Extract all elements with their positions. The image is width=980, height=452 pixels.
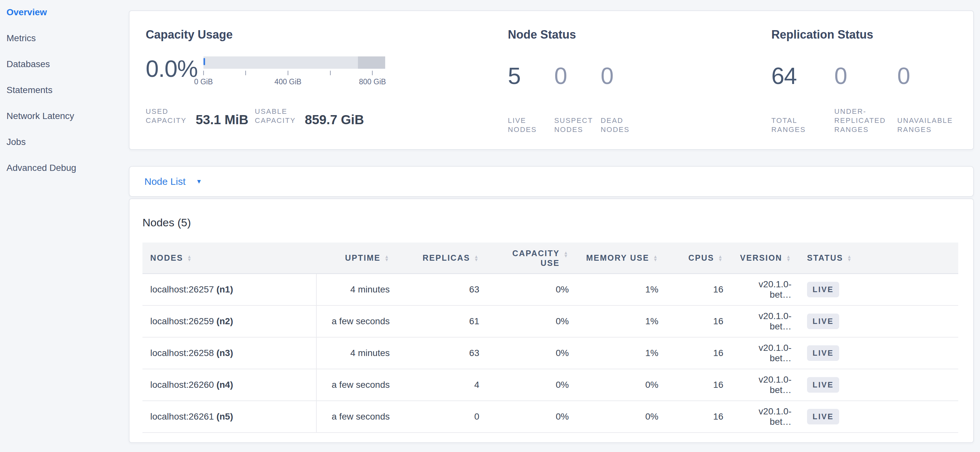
axis-tick-mark <box>288 71 288 75</box>
column-header[interactable]: CAPACITY USE ▲ ▼ <box>487 243 577 274</box>
memory-use-cell: 1% <box>577 305 666 337</box>
status-badge: LIVE <box>807 282 839 297</box>
sort-desc-icon: ▼ <box>718 258 723 261</box>
sidebar-item[interactable]: Jobs <box>6 134 129 160</box>
sidebar-item[interactable]: Advanced Debug <box>6 160 129 186</box>
column-header[interactable]: REPLICAS ▲ ▼ <box>398 243 487 274</box>
stat-value: 64 <box>772 63 834 88</box>
column-header[interactable]: ▲ ▼ <box>874 243 958 274</box>
replicas-cell: 61 <box>398 305 487 337</box>
filler-cell <box>874 401 958 433</box>
node-address: localhost:26259 <box>150 316 214 326</box>
table-row[interactable]: localhost:26261 (n5) a few seconds 0 0% … <box>142 401 958 433</box>
column-header-label: MEMORY USE <box>586 253 649 263</box>
node-status-stat: 5 LIVE NODES <box>508 63 554 134</box>
nodes-table-title: Nodes (5) <box>142 215 958 230</box>
used-capacity-label: USED CAPACITY <box>146 107 191 125</box>
sort-desc-icon: ▼ <box>786 258 791 261</box>
sort-icon: ▲ ▼ <box>653 255 659 261</box>
sidebar-item-label: Databases <box>6 59 50 69</box>
sidebar-item[interactable]: Databases <box>6 56 129 82</box>
table-row[interactable]: localhost:26260 (n4) a few seconds 4 0% … <box>142 369 958 401</box>
table-row[interactable]: localhost:26258 (n3) 4 minutes 63 0% 1% … <box>142 337 958 369</box>
node-address: localhost:26261 <box>150 411 214 422</box>
node-list-dropdown[interactable]: Node List ▼ <box>145 176 202 187</box>
stat-value: 0 <box>897 63 960 88</box>
column-header-label: CPUS <box>688 253 714 263</box>
node-address: localhost:26260 <box>150 380 214 390</box>
table-row[interactable]: localhost:26259 (n2) a few seconds 61 0%… <box>142 305 958 337</box>
capacity-used-marker <box>204 58 205 65</box>
uptime-cell: 4 minutes <box>317 274 398 305</box>
nodes-table: NODES ▲ ▼ UPTIME <box>142 243 958 433</box>
node-status-stat: 0 DEAD NODES <box>601 63 647 134</box>
column-header[interactable]: UPTIME ▲ ▼ <box>317 243 398 274</box>
sort-icon: ▲ ▼ <box>718 255 723 261</box>
sidebar-item[interactable]: Network Latency <box>6 108 129 134</box>
sidebar-item[interactable]: Statements <box>6 82 129 108</box>
node-address-cell: localhost:26260 (n4) <box>142 369 317 401</box>
capacity-use-cell: 0% <box>487 401 577 433</box>
sidebar-item-label: Statements <box>6 85 52 95</box>
axis-tick <box>330 71 331 78</box>
version-cell: v20.1.0-bet… <box>731 305 799 337</box>
replication-stat: 64 TOTAL RANGES <box>772 63 834 134</box>
sort-icon: ▲ ▼ <box>847 255 852 261</box>
column-header[interactable]: STATUS ▲ ▼ <box>799 243 874 274</box>
status-cell: LIVE <box>799 369 874 401</box>
sidebar-item-label: Advanced Debug <box>6 163 76 173</box>
replication-status-title: Replication Status <box>772 27 960 42</box>
sort-icon: ▲ ▼ <box>564 251 569 257</box>
axis-tick: 800 GiB <box>359 71 386 86</box>
memory-use-cell: 1% <box>577 337 666 369</box>
column-header[interactable]: CPUS ▲ ▼ <box>666 243 731 274</box>
stat-label: TOTAL RANGES <box>772 116 834 134</box>
cpus-cell: 16 <box>666 274 731 305</box>
column-header[interactable]: NODES ▲ ▼ <box>142 243 317 274</box>
stat-label: SUSPECT NODES <box>554 116 601 134</box>
node-id: (n2) <box>216 316 233 326</box>
node-address-cell: localhost:26261 (n5) <box>142 401 317 433</box>
node-status-section: Node Status 5 LIVE NODES 0 SUSPECT NODES… <box>508 27 772 149</box>
table-row[interactable]: localhost:26257 (n1) 4 minutes 63 0% 1% … <box>142 274 958 305</box>
sidebar-item-label: Jobs <box>6 137 25 147</box>
column-header-label: REPLICAS <box>423 253 470 263</box>
uptime-cell: a few seconds <box>317 401 398 433</box>
node-address-cell: localhost:26257 (n1) <box>142 274 317 305</box>
node-address: localhost:26258 <box>150 348 214 358</box>
cluster-summary-card: Capacity Usage 0.0% 0 GiB <box>129 10 974 150</box>
column-header[interactable]: VERSION ▲ ▼ <box>731 243 799 274</box>
node-address-cell: localhost:26259 (n2) <box>142 305 317 337</box>
axis-tick-label: 400 GiB <box>275 78 301 86</box>
replication-stat: 0 UNAVAILABLE RANGES <box>897 63 960 134</box>
status-cell: LIVE <box>799 401 874 433</box>
version-cell: v20.1.0-bet… <box>731 401 799 433</box>
axis-tick-label: 0 GiB <box>194 78 213 86</box>
sidebar-item-label: Overview <box>6 7 47 17</box>
sort-icon: ▲ ▼ <box>474 255 479 261</box>
cpus-cell: 16 <box>666 337 731 369</box>
status-badge: LIVE <box>807 377 839 393</box>
filler-cell <box>874 305 958 337</box>
sidebar: Overview Metrics Databases Statements Ne… <box>0 0 129 452</box>
stat-value: 0 <box>834 63 897 88</box>
capacity-bar-chart: 0 GiB 400 GiB <box>204 56 385 90</box>
sort-desc-icon: ▼ <box>474 258 479 261</box>
version-cell: v20.1.0-bet… <box>731 274 799 305</box>
sidebar-item[interactable]: Metrics <box>6 30 129 56</box>
sidebar-item[interactable]: Overview <box>6 5 129 30</box>
axis-tick-mark <box>203 71 204 75</box>
replication-stat: 0 UNDER-REPLICATED RANGES <box>834 63 897 134</box>
used-capacity-stat: USED CAPACITY 53.1 MiB <box>146 107 248 127</box>
node-address-cell: localhost:26258 (n3) <box>142 337 317 369</box>
sort-desc-icon: ▼ <box>385 258 390 261</box>
memory-use-cell: 0% <box>577 401 666 433</box>
filler-cell <box>874 274 958 305</box>
filler-cell <box>874 369 958 401</box>
replicas-cell: 63 <box>398 274 487 305</box>
uptime-cell: a few seconds <box>317 305 398 337</box>
replicas-cell: 4 <box>398 369 487 401</box>
status-badge: LIVE <box>807 345 839 361</box>
column-header[interactable]: MEMORY USE ▲ ▼ <box>577 243 666 274</box>
capacity-usage-section: Capacity Usage 0.0% 0 GiB <box>146 27 508 149</box>
